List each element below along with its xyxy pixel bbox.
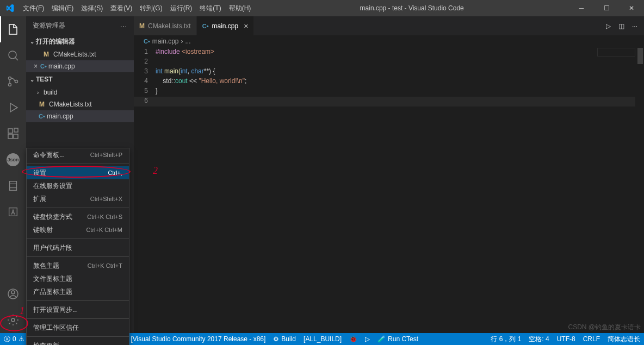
annotation-number-1: 1	[20, 305, 24, 317]
ctx-item[interactable]: 产品图标主题	[27, 285, 129, 298]
menu-goto[interactable]: 转到(G)	[136, 0, 166, 16]
line-number: 6	[134, 97, 156, 106]
code-token: }	[156, 87, 158, 97]
tree-file-main-cpp[interactable]: C•main.cpp	[26, 110, 134, 122]
ctx-label: 在线服务设置	[33, 181, 72, 191]
ctx-item[interactable]: 管理工作区信任	[27, 321, 129, 334]
svg-rect-6	[14, 134, 18, 139]
status-kit[interactable]: ✂[Visual Studio Community 2017 Release -…	[119, 333, 269, 345]
code-token: char	[191, 67, 203, 75]
activity-notebook-icon[interactable]	[0, 173, 26, 199]
status-build[interactable]: ⚙Build	[269, 333, 300, 345]
status-eol[interactable]: CRLF	[579, 333, 604, 345]
activity-explorer-icon[interactable]	[0, 16, 26, 42]
cpp-file-icon: C•	[37, 113, 47, 120]
menu-run[interactable]: 运行(R)	[166, 0, 196, 16]
ctx-item[interactable]: 设置Ctrl+,	[27, 166, 129, 179]
activity-extensions-icon[interactable]	[0, 121, 26, 147]
m-file-icon: M	[37, 101, 47, 108]
svg-point-0	[9, 51, 16, 59]
scrollbar-thumb[interactable]	[637, 48, 643, 64]
activity-a-icon[interactable]	[0, 199, 26, 225]
ctx-item[interactable]: 键映射Ctrl+K Ctrl+M	[27, 223, 129, 236]
minimize-icon[interactable]: ─	[569, 0, 594, 16]
tree-folder-build[interactable]: ›build	[26, 86, 134, 98]
tree-label: main.cpp	[47, 112, 73, 120]
status-ctest[interactable]: 🧪Run CTest	[374, 333, 422, 345]
code-token: <iostream>	[180, 48, 214, 55]
menu-help[interactable]: 帮助(H)	[225, 0, 255, 16]
ctx-item[interactable]: 键盘快捷方式Ctrl+K Ctrl+S	[27, 210, 129, 223]
activity-account-icon[interactable]	[0, 281, 26, 307]
ctx-item[interactable]: 命令面板...Ctrl+Shift+P	[27, 148, 129, 161]
ctx-label: 颜色主题	[33, 261, 59, 271]
status-debug-launch[interactable]: 🐞	[345, 333, 361, 345]
menu-separator	[27, 336, 129, 337]
minimap[interactable]	[597, 48, 635, 57]
maximize-icon[interactable]: ☐	[594, 0, 619, 16]
ctx-item[interactable]: 打开设置同步...	[27, 303, 129, 316]
close-icon[interactable]: ✕	[619, 0, 644, 16]
activity-json-icon[interactable]: Json	[0, 147, 26, 173]
svg-rect-5	[8, 134, 13, 139]
m-file-icon: M	[139, 22, 145, 30]
close-tab-icon[interactable]: ×	[244, 22, 248, 30]
open-editors-list: MCMakeLists.txt ×C•main.cpp	[26, 47, 134, 73]
project-section[interactable]: ⌄TEST	[26, 73, 134, 85]
activity-search-icon[interactable]	[0, 42, 26, 68]
open-editor-cmakelists[interactable]: MCMakeLists.txt	[26, 48, 134, 60]
run-arrow-icon[interactable]: ▷	[606, 22, 611, 30]
ctx-item[interactable]: 在线服务设置	[27, 179, 129, 192]
activity-run-debug-icon[interactable]	[0, 95, 26, 121]
code-token: int	[156, 67, 163, 75]
menu-select[interactable]: 选择(S)	[77, 0, 107, 16]
open-editors-section[interactable]: ⌄打开的编辑器	[26, 35, 134, 47]
warning-icon: ⚠	[18, 335, 24, 343]
status-run-launch[interactable]: ▷	[361, 333, 374, 345]
activity-bar: Json	[0, 16, 26, 333]
menu-file[interactable]: 文件(F)	[19, 0, 48, 16]
code-token: int	[181, 67, 188, 75]
ctx-item[interactable]: 用户代码片段	[27, 241, 129, 254]
line-number: 1	[134, 48, 156, 58]
vscode-logo-icon	[0, 4, 19, 12]
ctx-item[interactable]: 文件图标主题	[27, 272, 129, 285]
code-token: #include	[156, 48, 180, 55]
tab-cmakelists[interactable]: MCMakeLists.txt	[134, 16, 197, 35]
window-title: main.cpp - test - Visual Studio Code	[255, 4, 569, 12]
breadcrumb[interactable]: C• main.cpp › ...	[134, 35, 644, 47]
tree-file-cmakelists[interactable]: MCMakeLists.txt	[26, 98, 134, 110]
svg-point-2	[9, 84, 11, 86]
ctx-item[interactable]: 扩展Ctrl+Shift+X	[27, 192, 129, 205]
svg-point-11	[11, 291, 15, 294]
sidebar-more-icon[interactable]: ···	[120, 22, 127, 30]
open-editor-main-cpp[interactable]: ×C•main.cpp	[26, 60, 134, 72]
tab-main-cpp[interactable]: C•main.cpp×	[197, 16, 255, 35]
code-editor[interactable]: 1#include <iostream> 2 3int main(int, ch…	[134, 48, 635, 333]
status-language[interactable]: 简体志语长	[604, 333, 644, 345]
status-label: Run CTest	[388, 335, 418, 343]
status-spaces[interactable]: 空格: 4	[525, 333, 553, 345]
close-editor-icon[interactable]: ×	[34, 62, 38, 70]
ctx-item[interactable]: 颜色主题Ctrl+K Ctrl+T	[27, 259, 129, 272]
project-label: TEST	[36, 76, 53, 83]
file-tree: ›build MCMakeLists.txt C•main.cpp	[26, 85, 134, 123]
status-target[interactable]: [ALL_BUILD]	[300, 333, 345, 345]
menu-edit[interactable]: 编辑(E)	[48, 0, 77, 16]
code-token: main(	[163, 67, 181, 75]
ctx-item[interactable]: 检查更新...	[27, 339, 129, 345]
window-controls: ─ ☐ ✕	[569, 0, 644, 16]
tree-label: build	[44, 89, 57, 96]
ctx-shortcut: Ctrl+K Ctrl+S	[87, 214, 122, 220]
more-actions-icon[interactable]: ···	[632, 22, 637, 30]
beaker-icon: 🧪	[377, 335, 386, 343]
status-encoding[interactable]: UTF-8	[553, 333, 579, 345]
ctx-label: 扩展	[33, 195, 46, 204]
menu-terminal[interactable]: 终端(T)	[196, 0, 225, 16]
menu-view[interactable]: 查看(V)	[107, 0, 136, 16]
status-cursor[interactable]: 行 6，列 1	[487, 333, 525, 345]
chevron-right-icon: ›	[37, 90, 44, 96]
split-editor-icon[interactable]: ◫	[618, 22, 624, 30]
activity-source-control-icon[interactable]	[0, 68, 26, 95]
ctx-label: 打开设置同步...	[33, 305, 78, 315]
